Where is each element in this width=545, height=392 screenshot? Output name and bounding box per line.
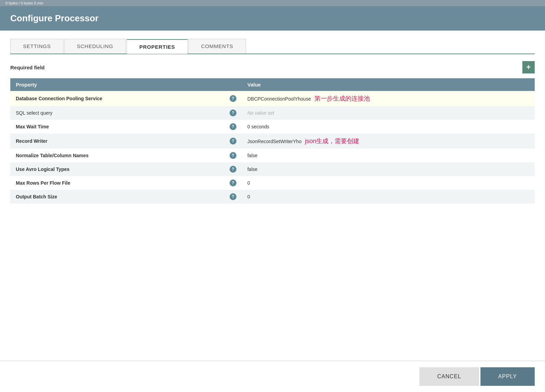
property-name: Normalize Table/Column Names (10, 149, 224, 162)
table-body: Database Connection Pooling Service?DBCP… (10, 91, 535, 204)
configure-processor-dialog: Configure Processor SETTINGS SCHEDULING … (0, 6, 545, 392)
help-icon-cell: ? (224, 106, 242, 120)
add-property-button[interactable]: + (522, 61, 535, 73)
help-icon[interactable]: ? (230, 95, 236, 102)
help-icon[interactable]: ? (230, 166, 236, 173)
table-row[interactable]: Normalize Table/Column Names?false (10, 149, 535, 162)
help-icon-cell: ? (224, 176, 242, 190)
property-name: Max Rows Per Flow File (10, 176, 224, 190)
property-name: Use Avro Logical Types (10, 162, 224, 176)
top-bar: 0 bytes / 0 bytes 5 min (0, 0, 545, 6)
annotation-text: 第一步生成的连接池 (314, 95, 370, 102)
table-row[interactable]: Database Connection Pooling Service?DBCP… (10, 91, 535, 106)
tab-comments[interactable]: COMMENTS (188, 39, 246, 54)
help-icon[interactable]: ? (230, 193, 236, 200)
tab-scheduling[interactable]: SCHEDULING (64, 39, 126, 54)
apply-button[interactable]: APPLY (480, 367, 535, 386)
tab-settings[interactable]: SETTINGS (10, 39, 63, 54)
property-name: SQL select query (10, 106, 224, 120)
help-icon[interactable]: ? (230, 123, 236, 130)
top-bar-text: 0 bytes / 0 bytes 5 min (5, 1, 43, 5)
properties-table: Property Value Database Connection Pooli… (10, 78, 535, 204)
property-value[interactable]: DBCPConnectionPoolYhouse第一步生成的连接池 (242, 91, 535, 106)
table-row[interactable]: Max Wait Time?0 seconds (10, 120, 535, 134)
table-row[interactable]: Record Writer?JsonRecordSetWriterYhojson… (10, 134, 535, 149)
dialog-footer: CANCEL APPLY (0, 361, 545, 392)
dialog-header: Configure Processor (0, 6, 545, 31)
annotation-text: json生成，需要创建 (305, 138, 359, 145)
table-row[interactable]: Output Batch Size?0 (10, 190, 535, 204)
table-row[interactable]: Use Avro Logical Types?false (10, 162, 535, 176)
help-icon-cell: ? (224, 149, 242, 162)
tabs-container: SETTINGS SCHEDULING PROPERTIES COMMENTS (10, 39, 535, 54)
help-icon-cell: ? (224, 91, 242, 106)
cancel-button[interactable]: CANCEL (419, 367, 479, 386)
help-icon-cell: ? (224, 120, 242, 134)
help-icon[interactable]: ? (230, 109, 236, 116)
help-icon-cell: ? (224, 134, 242, 149)
help-icon[interactable]: ? (230, 152, 236, 159)
property-value[interactable]: 0 (242, 190, 535, 204)
property-name: Max Wait Time (10, 120, 224, 134)
required-field-label: Required field (10, 65, 45, 70)
help-icon[interactable]: ? (230, 180, 236, 186)
property-value[interactable]: 0 seconds (242, 120, 535, 134)
dialog-title: Configure Processor (10, 13, 535, 24)
help-icon[interactable]: ? (230, 138, 236, 145)
tab-properties[interactable]: PROPERTIES (127, 39, 188, 54)
property-name: Output Batch Size (10, 190, 224, 204)
col-value: Value (242, 78, 535, 91)
property-name: Database Connection Pooling Service (10, 91, 224, 106)
help-icon-cell: ? (224, 162, 242, 176)
table-header: Property Value (10, 78, 535, 91)
table-row[interactable]: Max Rows Per Flow File?0 (10, 176, 535, 190)
property-value[interactable]: No value set (242, 106, 535, 120)
property-value[interactable]: 0 (242, 176, 535, 190)
property-name: Record Writer (10, 134, 224, 149)
table-row[interactable]: SQL select query?No value set (10, 106, 535, 120)
dialog-body: SETTINGS SCHEDULING PROPERTIES COMMENTS … (0, 31, 545, 361)
property-value[interactable]: false (242, 162, 535, 176)
help-icon-cell: ? (224, 190, 242, 204)
required-field-row: Required field + (10, 61, 535, 73)
col-property: Property (10, 78, 224, 91)
property-value[interactable]: false (242, 149, 535, 162)
property-value[interactable]: JsonRecordSetWriterYhojson生成，需要创建 (242, 134, 535, 149)
col-help (224, 78, 242, 91)
